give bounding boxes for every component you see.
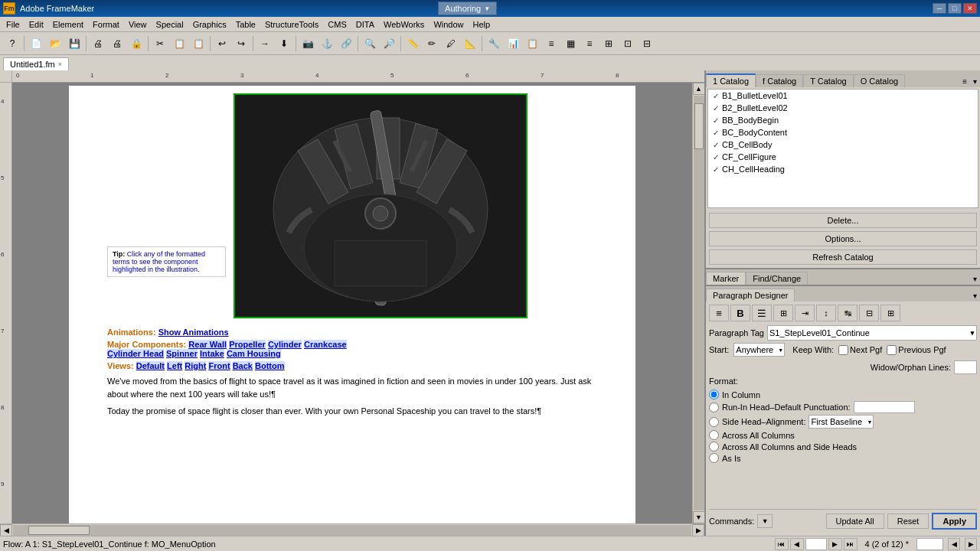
para-panel-options[interactable]: ▾: [970, 290, 980, 302]
component-rear-wall[interactable]: Rear Wall: [188, 340, 227, 349]
apply-button[interactable]: Apply: [932, 513, 977, 530]
tb-btn-9[interactable]: 📷: [299, 34, 317, 53]
view-right[interactable]: Right: [185, 361, 206, 370]
zoom-decrease-button[interactable]: ◀: [948, 538, 960, 550]
start-select[interactable]: Anywhere: [733, 343, 785, 357]
lock-toolbar-button[interactable]: 🔒: [127, 34, 145, 53]
nav-prev-button[interactable]: ◀: [790, 538, 804, 550]
catalog-item[interactable]: ✓B2_BulletLevel02: [708, 102, 978, 114]
catalog-item[interactable]: ✓BC_BodyContent: [708, 126, 978, 139]
side-head-radio[interactable]: [709, 417, 719, 427]
component-crankcase[interactable]: Crankcase: [304, 340, 347, 349]
menu-item-file[interactable]: File: [2, 18, 24, 31]
view-front[interactable]: Front: [208, 361, 230, 370]
tb-btn-10[interactable]: ⚓: [318, 34, 336, 53]
menu-item-structuretools[interactable]: StructureTools: [260, 18, 323, 31]
bold-button[interactable]: B: [730, 305, 750, 321]
menu-item-cms[interactable]: CMS: [323, 18, 351, 31]
view-default[interactable]: Default: [136, 361, 165, 370]
catalog-item[interactable]: ✓CH_CellHeading: [708, 163, 978, 175]
open-toolbar-button[interactable]: 📂: [46, 34, 64, 53]
help-toolbar-button[interactable]: ?: [3, 34, 21, 53]
zoom-input[interactable]: 124: [916, 538, 943, 550]
scroll-track[interactable]: [694, 96, 704, 510]
component-spinner[interactable]: Spinner: [166, 349, 198, 358]
para-tag-select[interactable]: S1_StepLevel01_Continue: [767, 325, 977, 341]
menu-item-help[interactable]: Help: [469, 18, 495, 31]
marker-panel-options[interactable]: ▾: [970, 273, 980, 285]
close-button[interactable]: ✕: [963, 3, 977, 14]
catalog-item[interactable]: ✓CF_CellFigure: [708, 151, 978, 163]
tb-btn-20[interactable]: ▦: [561, 34, 580, 53]
menu-item-window[interactable]: Window: [429, 18, 468, 31]
tb-btn-15[interactable]: 📐: [461, 34, 479, 53]
run-in-radio[interactable]: [709, 403, 719, 412]
spacing-button[interactable]: ↕: [816, 305, 836, 321]
across-all-side-radio[interactable]: [709, 442, 719, 452]
tab-find-change[interactable]: Find/Change: [746, 272, 808, 285]
across-all-radio[interactable]: [709, 430, 719, 440]
catalog-panel-collapse[interactable]: ▾: [970, 76, 980, 87]
doc-tab-close[interactable]: ×: [58, 60, 62, 68]
refresh-catalog-button[interactable]: Refresh Catalog: [709, 249, 977, 265]
menu-item-edit[interactable]: Edit: [24, 18, 48, 31]
tb-btn-18[interactable]: 📋: [523, 34, 541, 53]
tb-btn-14[interactable]: 🖊: [442, 34, 460, 53]
nav-first-button[interactable]: ⏮: [775, 538, 789, 550]
tb-btn-22[interactable]: ⊞: [599, 34, 618, 53]
redo-toolbar-button[interactable]: ↪: [232, 34, 250, 53]
menu-item-format[interactable]: Format: [88, 18, 124, 31]
component-intake[interactable]: Intake: [200, 349, 224, 358]
tb-btn-8[interactable]: ⬇: [275, 34, 293, 53]
component-cylinder-head[interactable]: Cylinder Head: [107, 349, 164, 358]
tb-btn-17[interactable]: 📊: [504, 34, 522, 53]
indent-button[interactable]: ⇥: [795, 305, 815, 321]
print-toolbar-button[interactable]: 🖨: [89, 34, 107, 53]
authoring-button[interactable]: Authoring ▼: [438, 2, 497, 15]
tb-btn-16[interactable]: 🔧: [485, 34, 503, 53]
in-column-radio[interactable]: [709, 390, 719, 399]
tab-1-catalog[interactable]: 1 Catalog: [706, 73, 756, 87]
tab-t-catalog[interactable]: T Catalog: [803, 74, 854, 87]
tab-o-catalog[interactable]: O Catalog: [854, 74, 906, 87]
catalog-panel-options[interactable]: ≡: [959, 76, 970, 87]
scroll-down-button[interactable]: ▼: [693, 511, 705, 523]
view-left[interactable]: Left: [167, 361, 182, 370]
align-center-button[interactable]: ☰: [752, 305, 772, 321]
component-cylinder[interactable]: Cylinder: [268, 340, 302, 349]
catalog-item[interactable]: ✓CB_CellBody: [708, 139, 978, 151]
page-input[interactable]: 2: [805, 538, 827, 550]
component-cam-housing[interactable]: Cam Housing: [227, 349, 281, 358]
copy-toolbar-button[interactable]: 📋: [170, 34, 188, 53]
prev-pgf-checkbox[interactable]: [887, 345, 897, 355]
view-bottom[interactable]: Bottom: [255, 361, 285, 370]
scroll-right-button[interactable]: ▶: [692, 524, 704, 536]
zoom-toolbar-button[interactable]: 🔎: [380, 34, 398, 53]
tb-btn-12[interactable]: 📏: [403, 34, 422, 53]
menu-item-special[interactable]: Special: [152, 18, 188, 31]
delete-button[interactable]: Delete...: [709, 213, 977, 228]
cut-toolbar-button[interactable]: ✂: [151, 34, 169, 53]
align-left-button[interactable]: ≡: [709, 305, 729, 321]
view-back[interactable]: Back: [233, 361, 253, 370]
lines-button[interactable]: ⊟: [859, 305, 879, 321]
tb-btn-21[interactable]: ≡: [580, 34, 599, 53]
save-toolbar-button[interactable]: 💾: [65, 34, 83, 53]
catalog-list[interactable]: ✓B1_BulletLevel01 ✓B2_BulletLevel02 ✓BB_…: [707, 89, 978, 208]
scroll-left-button[interactable]: ◀: [0, 524, 12, 536]
options-button[interactable]: Options...: [709, 231, 977, 246]
paste-toolbar-button[interactable]: 📋: [189, 34, 207, 53]
h-scroll-track[interactable]: [13, 525, 691, 536]
tab-paragraph-designer[interactable]: Paragraph Designer: [706, 289, 795, 302]
menu-item-webworks[interactable]: WebWorks: [379, 18, 429, 31]
menu-item-element[interactable]: Element: [48, 18, 88, 31]
minimize-button[interactable]: ─: [933, 3, 946, 14]
more-button[interactable]: ⊞: [880, 305, 900, 321]
tb-btn-13[interactable]: ✏: [423, 34, 441, 53]
doc-scroll[interactable]: Tip: Click any of the formatted terms to…: [12, 83, 692, 523]
new-toolbar-button[interactable]: 📄: [27, 34, 45, 53]
menu-item-table[interactable]: Table: [231, 18, 260, 31]
undo-toolbar-button[interactable]: ↩: [213, 34, 231, 53]
nav-next-button[interactable]: ▶: [828, 538, 842, 550]
next-pgf-checkbox[interactable]: [838, 345, 848, 355]
